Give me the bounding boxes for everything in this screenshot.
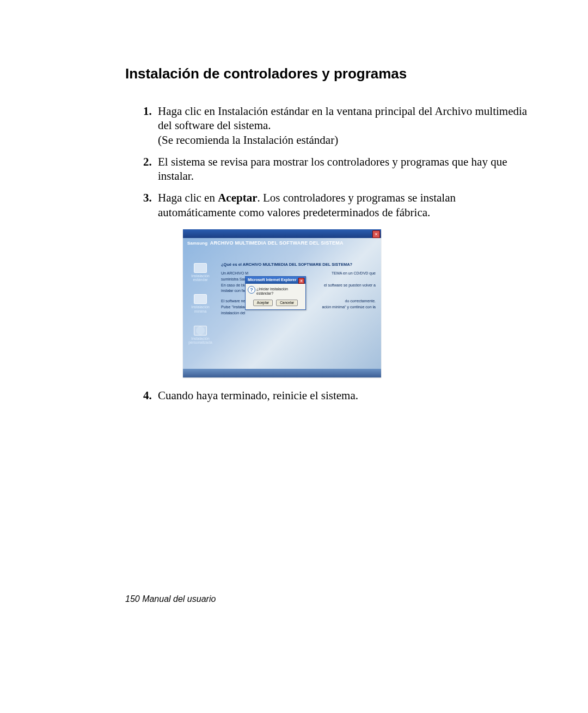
standard-install-label: Instalación estándar [183,274,218,282]
sidebar-option-custom[interactable]: Instalación personalizada [183,326,218,345]
step-2-text: El sistema se revisa para mostrar los co… [158,155,507,182]
step-3-prefix: Haga clic en [158,191,218,204]
dialog-buttons: Aceptar Cancelar [246,300,305,309]
page-footer: 150 Manual del usuario [125,594,216,604]
accept-button[interactable]: Aceptar [253,300,273,306]
step-1: Haga clic en Instalación estándar en la … [155,104,528,147]
step-3: Haga clic en Aceptar. Los controladores … [155,191,528,377]
dialog-message: ¿Iniciar instalación estándar? [256,287,288,296]
desc-line-7: instalación del [221,311,376,316]
standard-install-icon [194,263,207,273]
step-4: Cuando haya terminado, reinicie el siste… [155,388,528,403]
section-title: Instalación de controladores y programas [125,65,528,82]
installer-footer-bar [183,369,381,377]
dialog-close-icon[interactable]: × [298,278,304,284]
step-2: El sistema se revisa para mostrar los co… [155,155,528,184]
installer-sidebar: Instalación estándar Instalación mínima … [183,238,218,369]
desc-line-1: Un ARCHIVO M TEMA en un CD/DVD que [221,271,376,276]
installer-body: Samsung ARCHIVO MULTIMEDIA DEL SOFTWARE … [183,238,381,369]
minimal-install-label: Instalación mínima [183,305,218,313]
question-mark-icon: ? [248,286,255,294]
minimal-install-icon [194,294,207,304]
dialog-title-text: Microsoft Internet Explorer [248,278,296,282]
window-titlebar: × [183,229,381,238]
close-icon[interactable]: × [372,230,380,238]
installer-main-panel: ¿Qué es el ARCHIVO MULTIMEDIA DEL SOFTWA… [218,238,381,369]
main-question: ¿Qué es el ARCHIVO MULTIMEDIA DEL SOFTWA… [221,262,376,267]
dialog-body: ? ¿Iniciar instalación estándar? [246,284,305,300]
step-3-bold: Aceptar [218,191,257,204]
instruction-list: Haga clic en Instalación estándar en la … [136,104,528,403]
installer-window: × Samsung ARCHIVO MULTIMEDIA DEL SOFTWAR… [183,229,381,377]
sidebar-option-minimal[interactable]: Instalación mínima [183,294,218,313]
custom-install-icon [194,326,207,336]
brand-label: Samsung [187,241,207,246]
cancel-button[interactable]: Cancelar [276,300,298,306]
custom-install-label: Instalación personalizada [183,337,218,345]
step-1-text-a: Haga clic en Instalación estándar en la … [158,105,527,132]
step-1-text-b: (Se recomienda la Instalación estándar) [158,133,338,147]
confirm-dialog: Microsoft Internet Explorer × ? ¿Iniciar… [245,276,306,310]
step-4-text: Cuando haya terminado, reinicie el siste… [158,389,358,402]
sidebar-option-standard[interactable]: Instalación estándar [183,263,218,282]
dialog-titlebar: Microsoft Internet Explorer × [246,277,305,284]
